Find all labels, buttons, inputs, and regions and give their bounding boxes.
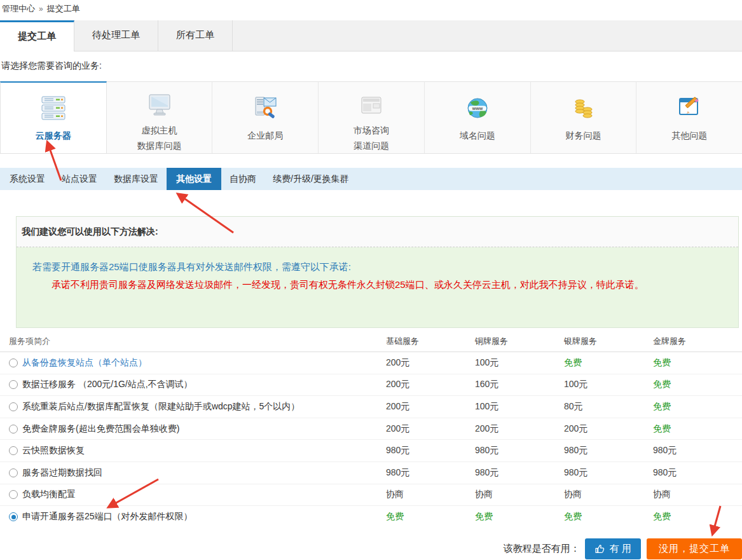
- category-virtual-host[interactable]: 虚拟主机 数据库问题: [107, 81, 213, 153]
- price-cell: 协商: [564, 489, 653, 500]
- virtual-host-icon: [145, 92, 174, 120]
- service-label[interactable]: 从备份盘恢复站点（单个站点）: [22, 357, 147, 369]
- breadcrumb-separator: »: [39, 4, 43, 13]
- price-cell: 免费: [564, 511, 653, 522]
- service-cell: 数据迁移服务 （200元/1G/站点,不含调试）: [0, 379, 386, 390]
- domain-icon: www: [463, 92, 492, 125]
- price-cell: 980元: [475, 467, 564, 479]
- category-domain[interactable]: www 域名问题: [425, 81, 531, 153]
- service-radio[interactable]: [9, 446, 18, 455]
- price-cell: 160元: [475, 379, 564, 390]
- category-finance[interactable]: 财务问题: [531, 81, 637, 153]
- business-select-prompt: 请选择您需要咨询的业务:: [1, 60, 742, 71]
- price-cell: 200元: [386, 379, 475, 390]
- service-cell: 申请开通服务器25端口（对外发邮件权限）: [0, 511, 386, 522]
- price-cell: 免费: [653, 511, 742, 522]
- subtab-system-settings[interactable]: 系统设置: [1, 168, 53, 190]
- table-row: 免费金牌服务(超出免费范围会单独收费)200元200元200元免费: [0, 418, 742, 440]
- price-cell: 免费: [475, 511, 564, 522]
- service-radio[interactable]: [9, 425, 18, 434]
- service-label[interactable]: 申请开通服务器25端口（对外发邮件权限）: [22, 511, 193, 522]
- breadcrumb-section[interactable]: 管理中心: [2, 4, 35, 13]
- ticket-tabbar: 提交工单 待处理工单 所有工单: [0, 20, 742, 51]
- suggestion-box: 我们建议您可以使用以下方法解决: 若需要开通服务器25端口使服务器具有对外发送邮…: [16, 216, 739, 328]
- service-cell: 云快照数据恢复: [0, 445, 386, 456]
- service-table-body: 从备份盘恢复站点（单个站点）200元100元免费免费数据迁移服务 （200元/1…: [0, 352, 742, 528]
- feedback-bar: 该教程是否有用： 有 用 没用，提交工单: [0, 538, 742, 559]
- price-cell: 980元: [386, 445, 475, 456]
- useful-button-label: 有 用: [610, 543, 631, 555]
- thumbs-up-icon: [594, 543, 605, 554]
- price-cell: 协商: [475, 489, 564, 500]
- submit-ticket-button[interactable]: 没用，提交工单: [647, 538, 742, 559]
- price-cell: 980元: [475, 445, 564, 456]
- business-categories: 云服务器 虚拟主机 数据库问题: [0, 81, 742, 154]
- price-cell: 协商: [386, 489, 475, 500]
- col-header-silver: 银牌服务: [564, 336, 653, 347]
- category-enterprise-mail[interactable]: 企业邮局: [212, 81, 319, 153]
- category-cloud-server[interactable]: 云服务器: [0, 81, 107, 153]
- price-cell: 980元: [564, 467, 653, 479]
- suggestion-header: 我们建议您可以使用以下方法解决:: [17, 217, 738, 247]
- table-row: 申请开通服务器25端口（对外发邮件权限）免费免费免费免费: [0, 506, 742, 528]
- category-label: 财务问题: [565, 128, 601, 143]
- col-header-gold: 金牌服务: [653, 336, 742, 347]
- price-cell: 免费: [653, 357, 742, 369]
- service-label[interactable]: 系统重装后站点/数据库配置恢复（限建站助手或wdcp建站，5个以内）: [22, 401, 299, 413]
- other-question-icon: [675, 92, 704, 125]
- breadcrumb: 管理中心»提交工单: [0, 0, 742, 20]
- table-row: 数据迁移服务 （200元/1G/站点,不含调试）200元160元100元免费: [0, 374, 742, 397]
- service-table-header: 服务项简介 基础服务 铜牌服务 银牌服务 金牌服务: [0, 331, 742, 352]
- service-cell: 系统重装后站点/数据库配置恢复（限建站助手或wdcp建站，5个以内）: [0, 401, 386, 413]
- suggestion-body: 若需要开通服务器25端口使服务器具有对外发送邮件权限，需遵守以下承诺: 承诺不利…: [17, 247, 738, 327]
- category-label: 云服务器: [36, 128, 71, 143]
- service-label[interactable]: 云快照数据恢复: [22, 445, 85, 456]
- svg-text:www: www: [472, 106, 483, 111]
- enterprise-mail-icon: [251, 92, 280, 125]
- category-label: 企业邮局: [247, 128, 283, 143]
- tab-pending-tickets[interactable]: 待处理工单: [74, 20, 158, 51]
- service-radio[interactable]: [9, 468, 18, 477]
- useful-button[interactable]: 有 用: [585, 538, 641, 559]
- price-cell: 200元: [386, 357, 475, 369]
- service-label[interactable]: 服务器过期数据找回: [22, 467, 102, 479]
- service-label[interactable]: 负载均衡配置: [22, 489, 76, 500]
- price-cell: 980元: [564, 445, 653, 456]
- subtab-database-settings[interactable]: 数据库设置: [106, 168, 167, 190]
- feedback-question: 该教程是否有用：: [504, 543, 580, 555]
- service-radio-selected[interactable]: [9, 512, 18, 521]
- price-cell: 免费: [653, 379, 742, 390]
- service-radio[interactable]: [9, 402, 18, 411]
- table-row: 从备份盘恢复站点（单个站点）200元100元免费免费: [0, 352, 742, 374]
- price-cell: 免费: [653, 423, 742, 435]
- col-header-bronze: 铜牌服务: [475, 336, 564, 347]
- service-table: 服务项简介 基础服务 铜牌服务 银牌服务 金牌服务 从备份盘恢复站点（单个站点）…: [0, 331, 742, 528]
- finance-icon: [568, 92, 598, 125]
- service-radio[interactable]: [9, 359, 18, 367]
- service-radio[interactable]: [9, 490, 18, 499]
- category-market-consult[interactable]: 市场咨询 渠道问题: [319, 81, 425, 153]
- price-cell: 协商: [653, 489, 742, 500]
- service-label[interactable]: 免费金牌服务(超出免费范围会单独收费): [22, 423, 179, 435]
- category-label: 其他问题: [671, 128, 707, 143]
- subtab-site-settings[interactable]: 站点设置: [53, 168, 106, 190]
- subtab-renew-upgrade[interactable]: 续费/升级/更换集群: [265, 168, 357, 190]
- col-header-service: 服务项简介: [0, 336, 386, 347]
- service-cell: 免费金牌服务(超出免费范围会单独收费): [0, 423, 386, 435]
- price-cell: 200元: [564, 423, 653, 435]
- category-other[interactable]: 其他问题: [636, 81, 742, 153]
- service-label[interactable]: 数据迁移服务 （200元/1G/站点,不含调试）: [22, 379, 193, 390]
- price-cell: 免费: [386, 511, 475, 522]
- subtab-self-negotiate[interactable]: 自协商: [221, 168, 265, 190]
- tab-submit-ticket[interactable]: 提交工单: [0, 20, 74, 51]
- price-cell: 100元: [475, 401, 564, 413]
- service-radio[interactable]: [9, 380, 18, 389]
- subtab-other-settings[interactable]: 其他设置: [167, 168, 221, 190]
- tab-all-tickets[interactable]: 所有工单: [158, 20, 233, 51]
- category-label: 虚拟主机 数据库问题: [137, 123, 182, 153]
- port25-pledge: 承诺不利用贵司服务器及网络发送垃圾邮件，一经发现，贵司有权无条件永久封锁25端口…: [32, 279, 732, 291]
- service-cell: 从备份盘恢复站点（单个站点）: [0, 357, 386, 369]
- breadcrumb-current: 提交工单: [47, 4, 80, 13]
- category-label: 市场咨询 渠道问题: [354, 123, 389, 153]
- submit-ticket-page: 管理中心»提交工单 提交工单 待处理工单 所有工单 请选择您需要咨询的业务:: [0, 0, 742, 560]
